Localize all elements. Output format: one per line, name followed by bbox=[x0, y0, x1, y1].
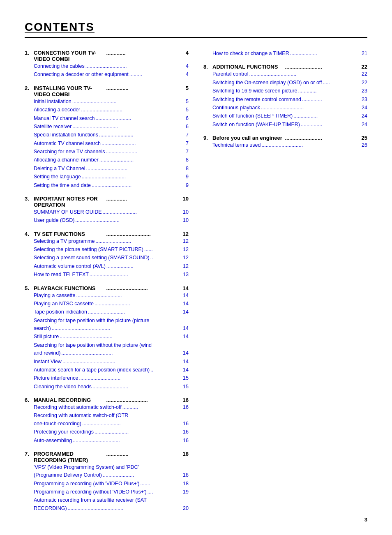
entry-dots: ..................................... bbox=[59, 333, 183, 341]
entry-label: search) bbox=[34, 325, 51, 332]
section-header: 3.IMPORTANT NOTES FOR OPERATION ........… bbox=[25, 196, 189, 208]
entry-dots: .......................... bbox=[87, 308, 183, 316]
entry-page: 7 bbox=[186, 140, 189, 148]
entry-row: Switching to 16:9 wide screen picture ..… bbox=[212, 87, 367, 95]
section: 8.ADDITIONAL FUNCTIONS .................… bbox=[203, 64, 367, 129]
entry-label: Playing an NTSC cassette bbox=[34, 300, 94, 308]
entry-page: 6 bbox=[186, 123, 189, 131]
entry-row: How to check or change a TIMER .........… bbox=[212, 50, 367, 58]
entry-page: 4 bbox=[186, 71, 189, 78]
entry-label: Programming a recording (with 'VIDEO Plu… bbox=[34, 480, 139, 488]
entry-label: Setting the time and date bbox=[34, 182, 91, 189]
section: 2.INSTALLING YOUR TV-VIDEO COMBI .......… bbox=[25, 85, 189, 190]
entry-page: 7 bbox=[186, 148, 189, 156]
entry-dots: ........................ bbox=[99, 156, 186, 164]
entry-row: Initial installation ...................… bbox=[34, 98, 189, 106]
entry-row: Automatic TV channel search ............… bbox=[34, 140, 189, 148]
entry-label: Switch off function (SLEEP TIMER) bbox=[212, 112, 293, 120]
entry-page: 14 bbox=[183, 300, 189, 308]
entry-label: Automatic recording from a satellite rec… bbox=[34, 496, 147, 504]
entry-row: Continuous playback ....................… bbox=[212, 104, 367, 112]
entry-page: 19 bbox=[183, 488, 189, 496]
section: 9.Before you call an engineer ..........… bbox=[203, 135, 367, 150]
entry-row: Recording with automatic switch-off (OTR bbox=[34, 412, 189, 420]
section-number: 3. bbox=[25, 196, 34, 202]
entry-row: Deleting a TV Channel ..................… bbox=[34, 165, 189, 173]
entry-label: (Programme Delivery Control) bbox=[34, 471, 102, 479]
entry-dots: ............................... bbox=[81, 173, 186, 181]
entry-row: Allocating a channel number ............… bbox=[34, 156, 189, 164]
entry-label: Recording without automatic switch-off bbox=[34, 404, 122, 411]
page-number: 3 bbox=[364, 517, 367, 523]
left-column: 1.CONNECTING YOUR TV-VIDEO COMBI .......… bbox=[25, 50, 189, 519]
entry-row: RECORDING) .............................… bbox=[34, 505, 189, 513]
entry-label: User guide (OSD) bbox=[34, 217, 74, 224]
entry-label: Connecting a decoder or other equipment bbox=[34, 71, 129, 78]
entry-label: Searching for new TV channels bbox=[34, 148, 105, 156]
section-header: 2.INSTALLING YOUR TV-VIDEO COMBI .......… bbox=[25, 85, 189, 97]
entry-label: RECORDING) bbox=[34, 505, 67, 512]
entry-dots: ............................. bbox=[78, 374, 183, 383]
entry-page: 4 bbox=[186, 62, 189, 70]
entry-row: How to read TELETEXT ...................… bbox=[34, 271, 189, 279]
entry-page: 5 bbox=[186, 106, 189, 114]
section: 6.MANUAL RECORDING .....................… bbox=[25, 397, 189, 445]
entry-page: 23 bbox=[362, 87, 367, 95]
entry-row: Connecting a decoder or other equipment … bbox=[34, 71, 189, 79]
entry-page: 6 bbox=[186, 115, 189, 122]
entry-label: Satellite receiver bbox=[34, 123, 71, 131]
entry-row: Selecting the picture setting (SMART PIC… bbox=[34, 246, 189, 254]
entry-row: Protecting your recordings .............… bbox=[34, 428, 189, 436]
entry-dots: ........................ bbox=[102, 208, 183, 217]
entry-row: User guide (OSD) .......................… bbox=[34, 217, 189, 225]
entry-page: 14 bbox=[183, 333, 189, 341]
entry-page: 15 bbox=[183, 383, 189, 391]
section-page: 18 bbox=[179, 451, 189, 457]
entry-page: 23 bbox=[362, 96, 367, 104]
entry-dots: .............. bbox=[301, 96, 362, 104]
entry-dots: ................................ bbox=[75, 292, 183, 300]
entry-label: Special installation functions bbox=[34, 131, 98, 139]
entry-label: Selecting the picture setting (SMART PIC… bbox=[34, 246, 143, 254]
entry-row: Switch on function (WAKE-UP TIMER) .....… bbox=[212, 121, 367, 129]
entry-label: Setting the language bbox=[34, 173, 81, 181]
entry-label: one-touch-recording) bbox=[34, 420, 81, 428]
entry-label: Automatic volume control (AVL) bbox=[34, 263, 106, 270]
section-dots: ............. bbox=[106, 50, 179, 56]
section-page: 22 bbox=[357, 64, 367, 70]
entry-row: Automatic volume control (AVL) .........… bbox=[34, 263, 189, 271]
entry-label: Switching the On-screen display (OSD) on… bbox=[212, 79, 322, 87]
entry-label: Continuous playback bbox=[212, 104, 260, 112]
section-dots: .............. bbox=[106, 196, 179, 202]
section: How to check or change a TIMER .........… bbox=[203, 50, 367, 58]
section-header: 7.PROGRAMMED RECORDING (TIMER) .........… bbox=[25, 451, 189, 463]
entry-row: Switching the On-screen display (OSD) on… bbox=[212, 79, 367, 87]
entry-label: Recording with automatic switch-off (OTR bbox=[34, 412, 128, 420]
entry-page: 10 bbox=[183, 208, 189, 216]
entry-row: Setting the language ...................… bbox=[34, 173, 189, 181]
entry-dots: ...................... bbox=[105, 148, 186, 156]
entry-row: Searching for tape position without the … bbox=[34, 341, 189, 349]
entry-dots: .............................. bbox=[260, 104, 362, 112]
entry-row: SUMMARY OF USER GUIDE ..................… bbox=[34, 208, 189, 217]
entry-label: Switching to 16:9 wide screen picture bbox=[212, 87, 297, 95]
entry-dots: ........................ bbox=[101, 140, 186, 148]
section-dots: ............... bbox=[106, 451, 179, 457]
entry-label: How to check or change a TIMER bbox=[212, 50, 289, 58]
entry-dots: ................................. bbox=[72, 437, 183, 445]
entry-dots: ........................... bbox=[81, 420, 183, 428]
entry-dots: .................................... bbox=[60, 349, 183, 357]
section-title: ADDITIONAL FUNCTIONS bbox=[212, 64, 284, 70]
entry-dots: ......................... bbox=[94, 300, 183, 308]
entry-page: 13 bbox=[183, 271, 189, 279]
entry-label: Searching for tape position without the … bbox=[34, 341, 152, 349]
entry-label: How to read TELETEXT bbox=[34, 271, 89, 279]
entry-page: 18 bbox=[183, 480, 189, 488]
section: 5.PLAYBACK FUNCTIONS ...................… bbox=[25, 285, 189, 392]
entry-row: Automatic recording from a satellite rec… bbox=[34, 496, 189, 504]
entry-page: 14 bbox=[183, 358, 189, 366]
entry-dots: ........... bbox=[122, 404, 183, 412]
entry-page: 24 bbox=[362, 121, 367, 129]
entry-dots: ............................. bbox=[80, 106, 186, 114]
entry-row: Auto-assembling ........................… bbox=[34, 437, 189, 445]
